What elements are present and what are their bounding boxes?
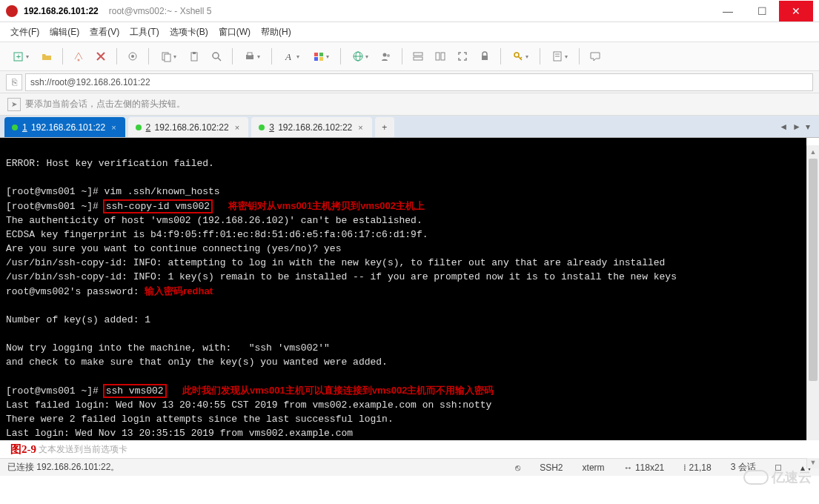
highlighted-command: ssh-copy-id vms002 [105,201,211,212]
svg-text:+: + [16,52,21,61]
annotation: 输入密码redhat [145,285,213,296]
split-horizontal-icon[interactable] [408,47,428,66]
menu-tools[interactable]: 工具(T) [130,26,159,39]
status-bar: 已连接 192.168.26.101:22。 ⎋ SSH2 xterm ↔ 11… [0,458,819,476]
address-text: ssh://root@192.168.26.101:22 [30,77,150,87]
speech-bubble-icon[interactable] [586,47,605,66]
watermark: 亿速云 [743,468,812,486]
svg-rect-17 [319,57,323,61]
menu-file[interactable]: 文件(F) [10,26,39,39]
copy-icon[interactable] [155,47,182,66]
svg-rect-15 [319,53,323,56]
scrollbar-thumb[interactable] [809,159,818,381]
address-field[interactable]: ssh://root@192.168.26.101:22 [25,73,813,91]
svg-point-21 [383,53,387,57]
term-line: /usr/bin/ssh-copy-id: INFO: attempting t… [6,257,665,268]
maximize-button[interactable]: ☐ [745,1,779,21]
status-cursor-pos: 21,18 [689,462,712,473]
address-host-icon[interactable]: ⎘ [6,74,22,90]
disconnect-icon[interactable] [91,47,110,66]
tab-close-icon[interactable]: × [235,123,239,132]
svg-rect-24 [414,57,422,60]
link-icon: ⎋ [515,462,520,473]
tab-menu-icon[interactable]: ▾ [806,122,810,132]
status-connection: 已连接 192.168.26.101:22。 [7,461,119,474]
tab-scroll-left-icon[interactable]: ◄ [779,122,788,132]
svg-rect-14 [314,53,318,56]
status-protocol: SSH2 [540,462,563,473]
tab-number: 1 [22,122,27,133]
annotation: 将密钥对从vms001主机拷贝到vms002主机上 [228,200,424,211]
new-session-icon[interactable]: + [7,47,34,66]
tab-close-icon[interactable]: × [358,123,362,132]
term-prompt: [root@vms001 ~]# [6,201,105,212]
tab-number: 2 [146,122,151,133]
menu-tab[interactable]: 选项卡(B) [170,26,208,39]
tab-close-icon[interactable]: × [111,123,116,132]
menu-window[interactable]: 窗口(W) [219,26,251,39]
send-target-text: 文本发送到当前选项卡 [39,443,127,456]
minimize-button[interactable]: — [711,1,745,21]
users-icon[interactable] [377,47,396,66]
address-bar: ⎘ ssh://root@192.168.26.101:22 [0,71,819,93]
globe-icon[interactable] [347,47,374,66]
svg-rect-8 [193,52,196,54]
split-vertical-icon[interactable] [431,47,450,66]
window-title-sub: root@vms002:~ - Xshell 5 [109,6,212,16]
app-icon [6,5,18,17]
session-tab-2[interactable]: 2 192.168.26.102:22 × [128,117,249,137]
session-tab-1[interactable]: 1 192.168.26.101:22 × [4,117,125,137]
status-dot-icon [12,125,18,130]
properties-icon[interactable] [123,47,142,66]
terminal-output[interactable]: ERROR: Host key verification failed. [ro… [0,138,806,440]
term-line: /usr/bin/ssh-copy-id: INFO: 1 key(s) rem… [6,271,677,282]
svg-rect-6 [165,54,170,62]
menu-help[interactable]: 帮助(H) [261,26,291,39]
fullscreen-icon[interactable] [453,47,472,66]
svg-rect-12 [248,53,252,56]
svg-rect-26 [441,53,445,60]
close-button[interactable]: ✕ [779,1,813,21]
reconnect-icon[interactable] [69,47,88,66]
term-line: ERROR: Host key verification failed. [6,158,214,169]
new-tab-button[interactable]: + [375,117,394,137]
term-line: Last failed login: Wed Nov 13 20:40:55 C… [6,399,491,411]
svg-line-30 [520,57,522,59]
cloud-icon [743,470,769,485]
toolbar: + A [0,42,819,71]
tab-scroll-right-icon[interactable]: ► [792,122,801,132]
paste-icon[interactable] [185,47,204,66]
color-scheme-icon[interactable] [308,47,334,66]
key-icon[interactable] [507,47,534,66]
term-line: Number of key(s) added: 1 [6,314,150,325]
folder-open-icon[interactable] [37,47,56,66]
term-line: [root@vms001 ~]# vim .ssh/known_hosts [6,186,220,197]
window-title-main: 192.168.26.101:22 [24,6,99,16]
resize-icon: ↔ [624,462,635,473]
menubar: 文件(F) 编辑(E) 查看(V) 工具(T) 选项卡(B) 窗口(W) 帮助(… [0,22,819,42]
status-size: 118x21 [635,462,664,473]
term-line: root@vms002's password: [6,286,145,297]
svg-rect-16 [314,57,318,61]
status-dot-icon [136,125,142,130]
session-tab-3[interactable]: 3 192.168.26.102:22 × [251,117,372,137]
svg-text:A: A [285,51,291,62]
lock-icon[interactable] [475,47,494,66]
menu-view[interactable]: 查看(V) [90,26,119,39]
scroll-up-icon[interactable]: ▲ [807,145,819,158]
annotation: 此时我们发现从vms001主机可以直接连接到vms002主机而不用输入密码 [182,385,494,396]
font-icon[interactable]: A [278,47,305,66]
svg-rect-23 [414,53,422,56]
term-line: There were 2 failed login attempts since… [6,414,394,425]
add-session-arrow-button[interactable]: ➤ [7,98,21,111]
svg-point-4 [131,55,134,58]
find-icon[interactable] [207,47,226,66]
tab-label: 192.168.26.102:22 [278,122,352,133]
vertical-scrollbar[interactable]: ▲ ▼ [806,145,819,468]
session-hint-text: 要添加当前会话，点击左侧的箭头按钮。 [25,98,185,110]
print-icon[interactable] [239,47,265,66]
menu-edit[interactable]: 编辑(E) [50,26,79,39]
term-line: The authenticity of host 'vms002 (192.16… [6,215,422,226]
script-icon[interactable] [546,47,573,66]
term-line: ECDSA key fingerprint is b4:f9:05:ff:01:… [6,229,428,240]
